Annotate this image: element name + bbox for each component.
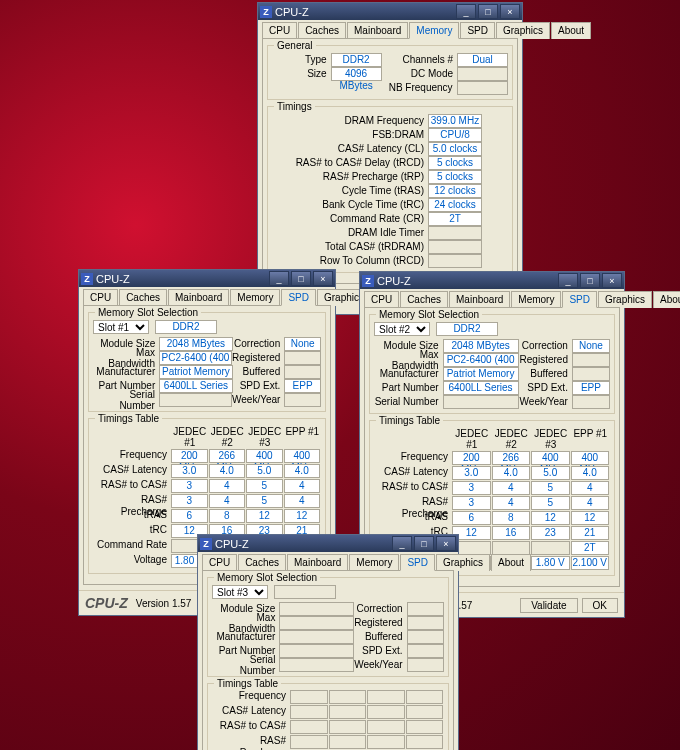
- cpuz-spd-window-slot3: Z CPU-Z _ □ × CPUCachesMainboardMemorySP…: [197, 534, 459, 750]
- tab-cpu[interactable]: CPU: [83, 289, 118, 306]
- timing-cell: 4: [492, 481, 531, 495]
- titlebar[interactable]: Z CPU-Z _ □ ×: [360, 272, 624, 289]
- tab-about[interactable]: About: [653, 291, 680, 308]
- timing-label: RAS# Precharge (tRP): [272, 171, 428, 182]
- timing-cell: [406, 720, 444, 734]
- size-label: Size: [272, 68, 331, 79]
- tab-caches[interactable]: Caches: [238, 554, 286, 571]
- tab-memory[interactable]: Memory: [409, 22, 459, 39]
- timing-label: DRAM Idle Timer: [272, 227, 428, 238]
- timing-cell: 3.0: [452, 466, 491, 480]
- info-label: Buffered: [354, 631, 406, 642]
- timing-cell: 16: [492, 526, 531, 540]
- timing-row-label: CAS# Latency: [93, 464, 171, 476]
- close-button[interactable]: ×: [313, 271, 333, 286]
- titlebar[interactable]: Z CPU-Z _ □ ×: [79, 270, 335, 287]
- timing-value: 12 clocks: [428, 184, 482, 198]
- maximize-button[interactable]: □: [580, 273, 600, 288]
- timing-cell: 21: [571, 526, 610, 540]
- tab-caches[interactable]: Caches: [400, 291, 448, 308]
- timing-cell: 3: [452, 481, 491, 495]
- tab-memory[interactable]: Memory: [349, 554, 399, 571]
- timing-cell: 6: [171, 509, 208, 523]
- validate-button[interactable]: Validate: [520, 598, 577, 613]
- minimize-button[interactable]: _: [269, 271, 289, 286]
- info-label: SPD Ext.: [233, 380, 285, 391]
- tab-spd[interactable]: SPD: [400, 554, 435, 571]
- timing-cell: 2T: [571, 541, 610, 555]
- timing-row-label: CAS# Latency: [374, 466, 452, 478]
- info-label: Registered: [354, 617, 406, 628]
- timing-label: Total CAS# (tRDRAM): [272, 241, 428, 252]
- timing-cell: 4.0: [492, 466, 531, 480]
- timing-cell: [329, 705, 367, 719]
- close-button[interactable]: ×: [436, 536, 456, 551]
- tab-mainboard[interactable]: Mainboard: [347, 22, 408, 39]
- timing-row-label: Frequency: [374, 451, 452, 463]
- tab-spd[interactable]: SPD: [460, 22, 495, 39]
- info-label: Manufacturer: [93, 366, 159, 377]
- col-header: JEDEC #1: [171, 425, 209, 449]
- slot-select[interactable]: Slot #2: [374, 322, 430, 336]
- close-button[interactable]: ×: [602, 273, 622, 288]
- tab-graphics[interactable]: Graphics: [436, 554, 490, 571]
- tab-spd[interactable]: SPD: [281, 289, 316, 306]
- timing-cell: 266 MHz: [209, 449, 246, 463]
- timing-cell: 3: [171, 479, 208, 493]
- tab-spd[interactable]: SPD: [562, 291, 597, 308]
- timing-label: Row To Column (tRCD): [272, 255, 428, 266]
- tab-mainboard[interactable]: Mainboard: [168, 289, 229, 306]
- timing-row-label: Voltage: [93, 554, 171, 566]
- ok-button[interactable]: OK: [582, 598, 618, 613]
- titlebar[interactable]: Z CPU-Z _ □ ×: [198, 535, 458, 552]
- timing-row-label: tRAS: [93, 509, 171, 521]
- timing-value: [428, 240, 482, 254]
- timing-cell: 12: [284, 509, 321, 523]
- tab-memory[interactable]: Memory: [230, 289, 280, 306]
- timing-cell: 23: [531, 526, 570, 540]
- info-value: [279, 602, 354, 616]
- tab-cpu[interactable]: CPU: [262, 22, 297, 39]
- tab-about[interactable]: About: [491, 554, 531, 571]
- maximize-button[interactable]: □: [414, 536, 434, 551]
- tab-mainboard[interactable]: Mainboard: [287, 554, 348, 571]
- titlebar[interactable]: Z CPU-Z _ □ ×: [258, 3, 522, 20]
- tab-about[interactable]: About: [551, 22, 591, 39]
- slot-select[interactable]: Slot #1: [93, 320, 149, 334]
- tab-graphics[interactable]: Graphics: [598, 291, 652, 308]
- group-title: Memory Slot Selection: [214, 572, 320, 583]
- timing-row-label: RAS# Precharge: [93, 494, 171, 506]
- tab-mainboard[interactable]: Mainboard: [449, 291, 510, 308]
- minimize-button[interactable]: _: [392, 536, 412, 551]
- maximize-button[interactable]: □: [478, 4, 498, 19]
- timing-cell: 400 MHz: [284, 449, 321, 463]
- timing-cell: 3.0: [171, 464, 208, 478]
- timings-group: Timings DRAM Frequency399.0 MHzFSB:DRAMC…: [267, 106, 513, 273]
- slot-select[interactable]: Slot #3: [212, 585, 268, 599]
- tab-memory[interactable]: Memory: [511, 291, 561, 308]
- tab-caches[interactable]: Caches: [298, 22, 346, 39]
- timing-cell: 6: [452, 511, 491, 525]
- timing-cell: 4.0: [571, 466, 610, 480]
- timing-cell: 200 MHz: [452, 451, 491, 465]
- tab-cpu[interactable]: CPU: [364, 291, 399, 308]
- timing-cell: 12: [571, 511, 610, 525]
- timing-row-label: RAS# to CAS#: [93, 479, 171, 491]
- minimize-button[interactable]: _: [456, 4, 476, 19]
- minimize-button[interactable]: _: [558, 273, 578, 288]
- maximize-button[interactable]: □: [291, 271, 311, 286]
- info-label: Week/Year: [354, 659, 406, 670]
- info-value: EPP 1.0: [284, 379, 321, 393]
- info-value: [159, 393, 232, 407]
- close-button[interactable]: ×: [500, 4, 520, 19]
- timing-cell: [367, 735, 405, 749]
- info-value: None: [284, 337, 321, 351]
- timing-cell: [290, 690, 328, 704]
- timing-label: CAS# Latency (CL): [272, 143, 428, 154]
- timing-label: Command Rate (CR): [272, 213, 428, 224]
- titlebar-text: CPU-Z: [377, 275, 558, 287]
- tab-cpu[interactable]: CPU: [202, 554, 237, 571]
- tab-caches[interactable]: Caches: [119, 289, 167, 306]
- tab-graphics[interactable]: Graphics: [496, 22, 550, 39]
- nbfreq-value: [457, 81, 508, 95]
